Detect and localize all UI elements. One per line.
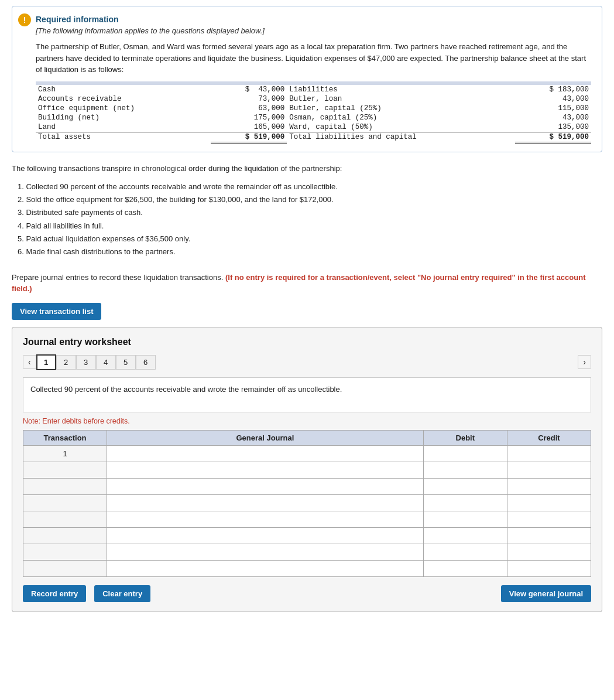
journal-entry-field[interactable]: [107, 544, 424, 560]
debit-field[interactable]: [423, 511, 507, 527]
tab-3[interactable]: 3: [76, 355, 96, 370]
debit-field[interactable]: [423, 462, 507, 478]
table-row: Office equipment (net) 63,000 Butler, ca…: [36, 104, 591, 113]
credit-field[interactable]: [507, 560, 591, 576]
list-item: 5. Paid actual liquidation expenses of $…: [18, 233, 602, 245]
journal-input[interactable]: [111, 498, 420, 508]
bottom-buttons: Record entry Clear entry View general jo…: [23, 585, 591, 602]
next-tab-button[interactable]: ›: [578, 355, 591, 369]
list-item: 4. Paid all liabilities in full.: [18, 220, 602, 233]
tab-4[interactable]: 4: [96, 355, 116, 370]
table-row: Cash $ 43,000 Liabilities $ 183,000: [36, 85, 591, 94]
credit-field[interactable]: [507, 445, 591, 462]
credit-field[interactable]: [507, 544, 591, 560]
credit-field[interactable]: [507, 511, 591, 527]
transaction-number: [23, 494, 107, 511]
credit-input[interactable]: [511, 531, 587, 541]
journal-entry-field[interactable]: [107, 445, 424, 462]
journal-input[interactable]: [111, 547, 420, 557]
transaction-number: [23, 544, 107, 560]
debit-field[interactable]: [423, 478, 507, 494]
journal-input[interactable]: [111, 482, 420, 491]
tab-1[interactable]: 1: [36, 354, 56, 370]
journal-entry-field[interactable]: [107, 478, 424, 494]
table-row: Land 165,000 Ward, capital (50%) 135,000: [36, 122, 591, 132]
credit-input[interactable]: [511, 449, 587, 459]
journal-title: Journal entry worksheet: [23, 337, 591, 347]
list-item: 1. Collected 90 percent of the accounts …: [18, 180, 602, 193]
tab-navigation: ‹ 1 2 3 4 5 6 ›: [23, 354, 591, 370]
journal-input[interactable]: [111, 449, 420, 459]
exclamation-icon: !: [18, 13, 31, 26]
journal-input[interactable]: [111, 465, 420, 475]
debit-input[interactable]: [427, 465, 503, 475]
table-row: [23, 544, 591, 560]
credit-input[interactable]: [511, 547, 587, 557]
tab-5[interactable]: 5: [116, 355, 136, 370]
debit-input[interactable]: [427, 564, 503, 573]
transaction-number: [23, 462, 107, 478]
journal-input[interactable]: [111, 514, 420, 524]
view-general-journal-button[interactable]: View general journal: [501, 585, 591, 602]
credit-input[interactable]: [511, 564, 587, 573]
clear-entry-button[interactable]: Clear entry: [94, 585, 150, 602]
tab-6[interactable]: 6: [136, 355, 156, 370]
transactions-list: 1. Collected 90 percent of the accounts …: [18, 180, 602, 258]
debit-input[interactable]: [427, 531, 503, 541]
table-row: Building (net) 175,000 Osman, capital (2…: [36, 113, 591, 122]
credit-input[interactable]: [511, 498, 587, 508]
col-header-credit: Credit: [507, 430, 591, 445]
note-text: Note: Enter debits before credits.: [23, 417, 591, 425]
transaction-number: [23, 527, 107, 544]
instruction-paragraph: Prepare journal entries to record these …: [12, 272, 602, 295]
journal-entry-field[interactable]: [107, 511, 424, 527]
debit-input[interactable]: [427, 498, 503, 508]
instruction-static-text: Prepare journal entries to record these …: [12, 273, 223, 282]
transaction-number: [23, 511, 107, 527]
debit-input[interactable]: [427, 449, 503, 459]
prev-tab-button[interactable]: ‹: [23, 355, 36, 369]
table-row: [23, 478, 591, 494]
debit-field[interactable]: [423, 527, 507, 544]
table-row: 1: [23, 445, 591, 462]
list-item: 2. Sold the office equipment for $26,500…: [18, 193, 602, 206]
required-information-title: Required information: [36, 15, 591, 24]
journal-entry-field[interactable]: [107, 494, 424, 511]
journal-entry-field[interactable]: [107, 462, 424, 478]
journal-table: Transaction General Journal Debit Credit…: [23, 430, 591, 577]
transaction-number: 1: [23, 445, 107, 462]
debit-field[interactable]: [423, 560, 507, 576]
credit-field[interactable]: [507, 527, 591, 544]
credit-field[interactable]: [507, 494, 591, 511]
total-row: Total assets $ 519,000 Total liabilities…: [36, 132, 591, 142]
journal-input[interactable]: [111, 564, 420, 573]
tab-2[interactable]: 2: [56, 355, 76, 370]
credit-input[interactable]: [511, 465, 587, 475]
table-row: Accounts receivable 73,000 Butler, loan …: [36, 94, 591, 104]
journal-entry-field[interactable]: [107, 560, 424, 576]
credit-field[interactable]: [507, 478, 591, 494]
debit-input[interactable]: [427, 514, 503, 524]
debit-field[interactable]: [423, 544, 507, 560]
col-header-debit: Debit: [423, 430, 507, 445]
debit-input[interactable]: [427, 547, 503, 557]
journal-input[interactable]: [111, 531, 420, 541]
transaction-description: Collected 90 percent of the accounts rec…: [23, 377, 591, 412]
credit-input[interactable]: [511, 482, 587, 491]
view-transaction-list-button[interactable]: View transaction list: [12, 303, 101, 320]
table-row: [23, 560, 591, 576]
record-entry-button[interactable]: Record entry: [23, 585, 86, 602]
table-row: [23, 462, 591, 478]
info-box: ! Required information [The following in…: [12, 6, 602, 152]
col-header-transaction: Transaction: [23, 430, 107, 445]
credit-field[interactable]: [507, 462, 591, 478]
intro-paragraph: The partnership of Butler, Osman, and Wa…: [36, 41, 591, 76]
debit-input[interactable]: [427, 482, 503, 491]
transaction-number: [23, 478, 107, 494]
debit-field[interactable]: [423, 445, 507, 462]
list-item: 6. Made final cash distributions to the …: [18, 245, 602, 258]
table-row: [23, 511, 591, 527]
credit-input[interactable]: [511, 514, 587, 524]
debit-field[interactable]: [423, 494, 507, 511]
journal-entry-field[interactable]: [107, 527, 424, 544]
